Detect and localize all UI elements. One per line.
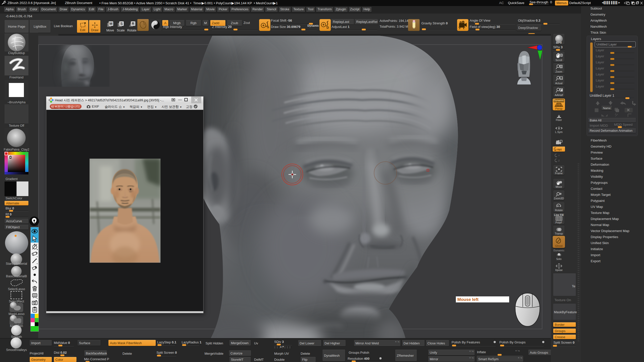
svg-text:Y: Y (558, 154, 560, 157)
svg-text:S: S (120, 21, 123, 26)
svg-text:xyz: xyz (557, 148, 562, 151)
svg-text:S: S (267, 25, 269, 29)
svg-text:D: D (327, 26, 329, 29)
svg-text:x1: x1 (560, 77, 562, 79)
svg-text:Mouse left: Mouse left (457, 297, 478, 302)
svg-text:Z: Z (558, 159, 560, 162)
svg-text:R: R (132, 21, 135, 26)
svg-text:M: M (109, 21, 113, 26)
